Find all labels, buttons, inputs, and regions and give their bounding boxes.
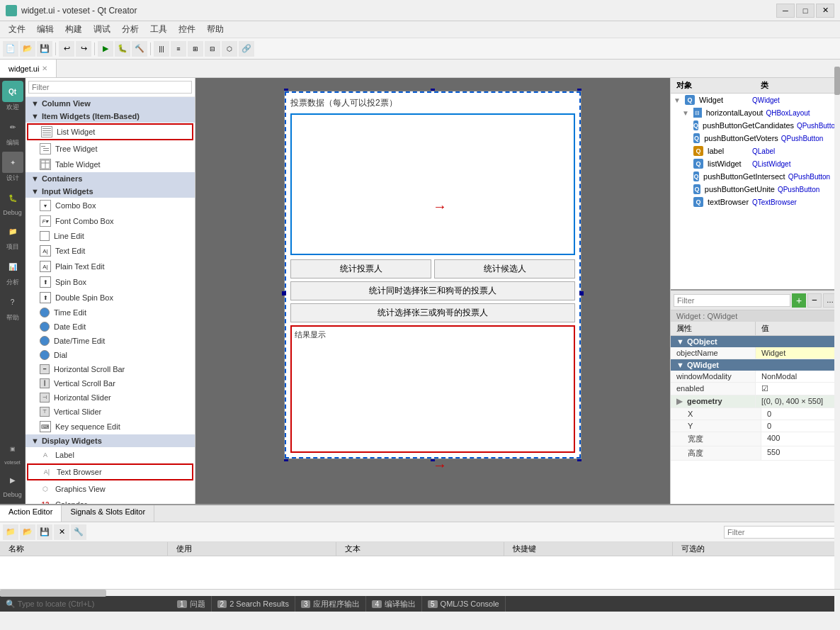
widget-item-vslider[interactable]: ⊤ Vertical Slider (25, 405, 195, 419)
widget-item-hscroll[interactable]: ━ Horizontal Scroll Bar (25, 362, 195, 376)
debug2-group[interactable]: ▶ Debug (2, 469, 23, 498)
debug-group[interactable]: 🐛 Debug (2, 187, 23, 216)
design-group[interactable]: ✦ 设计 (2, 152, 23, 183)
menu-controls[interactable]: 控件 (173, 22, 201, 37)
tree-item-listwidget[interactable]: Q listWidget QListWidget (671, 157, 840, 170)
tree-item-btn-voters[interactable]: Q pushButtonGetVoters QPushButton (671, 132, 840, 145)
tree-item-hlayout[interactable]: ▼ ⊟ horizontalLayout QHBoxLayout (671, 106, 840, 119)
widget-item-calendar[interactable]: 12 Calendar (25, 497, 195, 504)
tb-extra4[interactable]: ⊟ (205, 41, 220, 57)
category-input-widgets[interactable]: ▼ Input Widgets (25, 185, 195, 198)
tree-item-textbrowser[interactable]: Q textBrowser QTextBrowser (671, 196, 840, 208)
status-tab-4[interactable]: 4 编译输出 (366, 596, 422, 612)
run-btn[interactable]: ▶ (98, 41, 113, 57)
help-icon[interactable]: ? (2, 291, 23, 313)
widget-item-line-edit[interactable]: Line Edit (25, 229, 195, 243)
status-tab-2[interactable]: 2 2 Search Results (212, 596, 295, 612)
widget-item-font-combo[interactable]: F▾ Font Combo Box (25, 213, 195, 229)
widget-item-dial[interactable]: Dial (25, 348, 195, 362)
category-containers[interactable]: ▼ Containers (25, 172, 195, 185)
help-group[interactable]: ? 帮助 (2, 291, 23, 322)
tab-widget-ui[interactable]: widget.ui ✕ (0, 60, 57, 77)
section-qwidget[interactable]: ▼ QWidget (671, 359, 840, 371)
voteset-icon[interactable]: ▣ (2, 438, 23, 459)
right-scrollbar-thumb[interactable] (834, 67, 840, 95)
action-filter-input[interactable] (724, 526, 837, 539)
widget-item-text-edit[interactable]: A| Text Edit (25, 243, 195, 259)
tree-item-btn-intersect[interactable]: Q pushButtonGetIntersect QPushButton (671, 170, 840, 183)
tree-item-btn-candidates[interactable]: Q pushButtonGetCandidates QPushButton (671, 119, 840, 132)
status-tab-5[interactable]: 5 QML/JS Console (422, 596, 506, 612)
widget-item-time-edit[interactable]: Time Edit (25, 305, 195, 320)
category-column-view[interactable]: ▼ Column View (25, 97, 195, 110)
action-save-btn[interactable]: 💾 (37, 524, 52, 540)
widget-item-graphics-view[interactable]: ⬡ Graphics View (25, 481, 195, 497)
canvas-scroll-area[interactable]: 投票数据（每人可以投2票） 统计投票人 统计候选人 统计同时选择张三和狗哥的投票… (195, 78, 670, 504)
new-btn[interactable]: 📄 (3, 41, 18, 57)
section-qobject[interactable]: ▼ QObject (671, 336, 840, 347)
bottom-hscrollbar[interactable] (0, 589, 840, 596)
right-scrollbar[interactable] (834, 60, 840, 612)
status-tab-3[interactable]: 3 应用程序输出 (295, 596, 367, 612)
debug-btn[interactable]: 🐛 (115, 41, 130, 57)
close-btn[interactable]: ✕ (816, 4, 834, 18)
action-del-btn[interactable]: ✕ (54, 524, 69, 540)
tree-item-btn-unite[interactable]: Q pushButtonGetUnite QPushButton (671, 183, 840, 196)
debug-icon[interactable]: 🐛 (2, 187, 23, 208)
tree-item-label[interactable]: Q label QLabel (671, 145, 840, 157)
action-new-btn[interactable]: 📁 (3, 524, 18, 540)
open-btn[interactable]: 📂 (20, 41, 35, 57)
menu-edit[interactable]: 编辑 (31, 22, 59, 37)
btn-count-candidates[interactable]: 统计候选人 (434, 259, 575, 279)
undo-btn[interactable]: ↩ (59, 41, 74, 57)
tb-extra5[interactable]: ⬡ (222, 41, 237, 57)
analyze-icon[interactable]: 📊 (2, 256, 23, 277)
widget-item-combo-box[interactable]: ▾ Combo Box (25, 198, 195, 213)
menu-file[interactable]: 文件 (3, 22, 31, 37)
build-btn[interactable]: 🔨 (132, 41, 147, 57)
widget-item-text-browser[interactable]: A| Text Browser (27, 463, 193, 480)
widget-filter-input[interactable] (28, 81, 192, 94)
tb-extra1[interactable]: ||| (154, 41, 169, 57)
widget-item-vscroll[interactable]: ┃ Vertical Scroll Bar (25, 376, 195, 390)
edit-group[interactable]: ✏ 编辑 (2, 116, 23, 147)
action-editor-tab[interactable]: Action Editor (0, 505, 62, 522)
prop-value-objectname[interactable]: Widget (756, 347, 840, 359)
tab-close-btn[interactable]: ✕ (42, 64, 47, 72)
menu-tools[interactable]: 工具 (144, 22, 173, 37)
widget-item-plain-text[interactable]: A| Plain Text Edit (25, 259, 195, 274)
widget-item-tree-widget[interactable]: Tree Widget (25, 141, 195, 157)
widget-item-datetime-edit[interactable]: Date/Time Edit (25, 334, 195, 348)
action-content[interactable] (0, 556, 840, 589)
menu-analyze[interactable]: 分析 (116, 22, 144, 37)
widget-item-list-widget[interactable]: List Widget (27, 123, 193, 140)
btn-action1[interactable]: 统计同时选择张三和狗哥的投票人 (290, 281, 575, 300)
menu-debug[interactable]: 调试 (88, 22, 116, 37)
form-listbox[interactable] (290, 113, 575, 255)
btn-count-voters[interactable]: 统计投票人 (290, 259, 431, 279)
widget-item-spin-box[interactable]: ⬆ Spin Box (25, 274, 195, 290)
minimize-btn[interactable]: ─ (776, 4, 795, 18)
menu-help[interactable]: 帮助 (201, 22, 229, 37)
props-add-btn[interactable]: + (792, 293, 806, 308)
maximize-btn[interactable]: □ (796, 4, 815, 18)
action-open-btn[interactable]: 📂 (20, 524, 35, 540)
category-display-widgets[interactable]: ▼ Display Widgets (25, 434, 195, 447)
debug2-icon[interactable]: ▶ (2, 469, 23, 490)
project-icon[interactable]: 📁 (2, 220, 23, 242)
tb-extra6[interactable]: 🔗 (239, 41, 254, 57)
edit-icon[interactable]: ✏ (2, 116, 23, 137)
btn-action2[interactable]: 统计选择张三或狗哥的投票人 (290, 303, 575, 322)
locate-input[interactable] (0, 598, 170, 609)
tb-extra3[interactable]: ⊞ (188, 41, 203, 57)
welcome-group[interactable]: Qt 欢迎 (2, 81, 23, 112)
category-item-widgets[interactable]: ▼ Item Widgets (Item-Based) (25, 110, 195, 123)
signals-slots-tab[interactable]: Signals & Slots Editor (62, 505, 154, 522)
redo-btn[interactable]: ↪ (76, 41, 91, 57)
props-minus-btn[interactable]: − (807, 293, 822, 308)
menu-build[interactable]: 构建 (59, 22, 88, 37)
bottom-scroll-thumb[interactable] (0, 590, 106, 597)
prop-name-geometry[interactable]: ▶ geometry (671, 395, 756, 407)
save-btn[interactable]: 💾 (37, 41, 52, 57)
analyze-group[interactable]: 📊 分析 (2, 256, 23, 287)
